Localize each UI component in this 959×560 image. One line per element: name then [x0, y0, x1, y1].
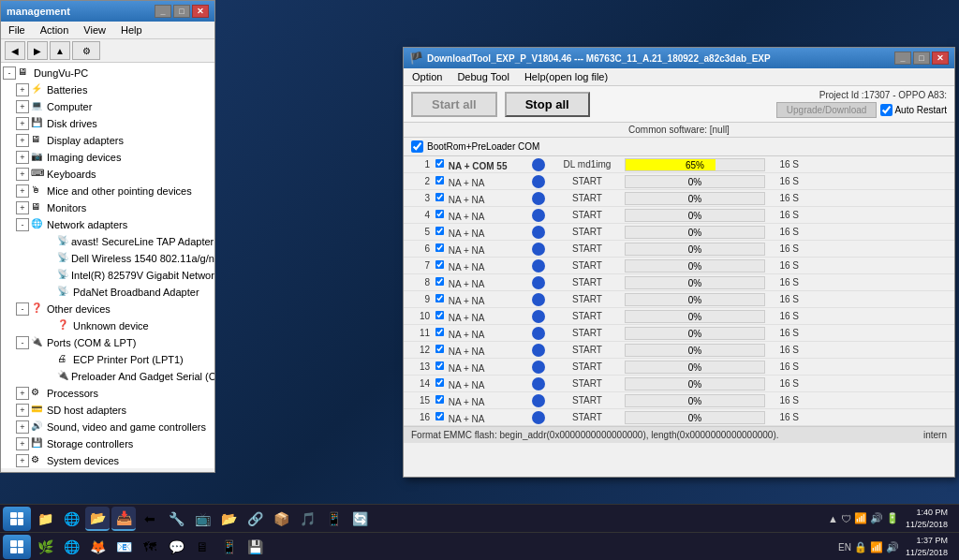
dm-mice-node[interactable]: +🖱Mice and other pointing devices — [14, 183, 214, 199]
port-checkbox-10[interactable] — [435, 311, 444, 319]
dm-intel-node[interactable]: 📡Intel(R) 82579V Gigabit Network Connect… — [40, 267, 214, 284]
dm-sdhost-node[interactable]: +💳SD host adapters — [14, 402, 214, 419]
tb-app-arrow[interactable]: ⬅ — [138, 507, 162, 531]
clock-display-1[interactable]: 1:40 PM 11/25/2018 — [902, 507, 952, 530]
clock-display-2[interactable]: 1:37 PM 11/25/2018 — [902, 535, 952, 558]
dm-system-node[interactable]: +⚙System devices — [14, 452, 214, 468]
port-checkbox-7[interactable] — [435, 260, 444, 269]
tb-app-link[interactable]: 🔗 — [243, 507, 267, 531]
tb-app-pkg[interactable]: 📦 — [269, 507, 293, 531]
tb-app-folder[interactable]: 📁 — [33, 507, 57, 531]
port-row-15[interactable]: 15 NA + NASTART0%16 S — [404, 392, 954, 409]
tb-app-download[interactable]: 📥 — [111, 507, 136, 531]
dm-other-devices-node[interactable]: -❓Other devices — [14, 301, 214, 317]
dm-root-node[interactable]: - 🖥 DungVu-PC — [1, 65, 214, 81]
dm-keyboards-expand[interactable]: + — [16, 168, 29, 181]
dm-maximize-button[interactable]: □ — [173, 5, 190, 18]
port-row-2[interactable]: 2 NA + NASTART0%16 S — [404, 173, 954, 190]
dm-menu-help[interactable]: Help — [117, 23, 146, 37]
port-row-4[interactable]: 4 NA + NASTART0%16 S — [404, 207, 954, 224]
port-row-16[interactable]: 16 NA + NASTART0%16 S — [404, 409, 954, 426]
dm-mice-expand[interactable]: + — [16, 184, 29, 198]
dm-displayadapters-node[interactable]: +🖥Display adapters — [14, 132, 214, 149]
tb-app-sync[interactable]: 🔄 — [347, 507, 372, 531]
port-checkbox-14[interactable] — [435, 378, 444, 387]
port-row-3[interactable]: 3 NA + NASTART0%16 S — [404, 190, 954, 207]
tb2-app-chrome[interactable]: 🌐 — [59, 535, 83, 559]
dm-pdanet-node[interactable]: 📡PdaNet Broadband Adapter — [40, 284, 214, 301]
port-row-1[interactable]: 1 NA + COM 55DL md1img65%16 S — [404, 156, 954, 173]
tb-app-media[interactable]: 📺 — [190, 507, 214, 531]
dm-processors-node[interactable]: +⚙Processors — [14, 385, 214, 402]
dm-minimize-button[interactable]: _ — [155, 5, 171, 18]
dt-close-button[interactable]: ✕ — [932, 52, 949, 65]
port-checkbox-5[interactable] — [435, 227, 444, 235]
port-checkbox-16[interactable] — [435, 412, 444, 420]
port-row-9[interactable]: 9 NA + NASTART0%16 S — [404, 291, 954, 308]
start-all-button[interactable]: Start all — [411, 92, 497, 117]
dm-ports-expand[interactable]: - — [16, 336, 29, 349]
tb-app-music[interactable]: 🎵 — [295, 507, 319, 531]
tb-app-explorer[interactable]: 📂 — [85, 507, 110, 531]
dm-sound-expand[interactable]: + — [16, 420, 29, 434]
dm-sound-node[interactable]: +🔊Sound, video and game controllers — [14, 419, 214, 435]
port-row-5[interactable]: 5 NA + NASTART0%16 S — [404, 224, 954, 241]
port-row-10[interactable]: 10 NA + NASTART0%16 S — [404, 308, 954, 325]
dm-imaging-expand[interactable]: + — [16, 151, 29, 164]
tb2-app-screen[interactable]: 🖥 — [190, 535, 214, 559]
dm-system-expand[interactable]: + — [16, 454, 29, 467]
dm-storage-node[interactable]: +💾Storage controllers — [14, 435, 214, 452]
tb2-app-email[interactable]: 📧 — [111, 535, 136, 559]
dm-batteries-expand[interactable]: + — [16, 83, 29, 96]
bootrom-checkbox[interactable] — [411, 140, 423, 153]
dm-close-button[interactable]: ✕ — [192, 5, 209, 18]
dm-batteries-node[interactable]: +⚡Batteries — [14, 81, 214, 98]
tb2-app-save[interactable]: 💾 — [243, 535, 267, 559]
stop-all-button[interactable]: Stop all — [505, 92, 590, 117]
dm-diskdrives-node[interactable]: +💾Disk drives — [14, 115, 214, 132]
dm-network-node[interactable]: -🌐Network adapters — [14, 216, 214, 233]
tb2-app-plant[interactable]: 🌿 — [33, 535, 57, 559]
tb-app-phone[interactable]: 📱 — [321, 507, 346, 531]
tb-app-tool1[interactable]: 🔧 — [164, 507, 188, 531]
dm-menu-view[interactable]: View — [80, 23, 110, 37]
dt-menu-help[interactable]: Help(open log file) — [522, 70, 611, 83]
port-checkbox-2[interactable] — [435, 176, 444, 184]
port-checkbox-15[interactable] — [435, 395, 444, 404]
dm-properties-button[interactable]: ⚙ — [72, 41, 100, 60]
tb2-app-chat[interactable]: 💬 — [164, 535, 188, 559]
tb2-app-mobile[interactable]: 📱 — [216, 535, 241, 559]
port-row-6[interactable]: 6 NA + NASTART0%16 S — [404, 241, 954, 258]
port-row-8[interactable]: 8 NA + NASTART0%16 S — [404, 274, 954, 291]
dm-imaging-node[interactable]: +📷Imaging devices — [14, 149, 214, 166]
dm-ecp-node[interactable]: 🖨ECP Printer Port (LPT1) — [40, 351, 214, 368]
tb2-app-maps[interactable]: 🗺 — [138, 535, 162, 559]
dm-computer-node[interactable]: +💻Computer — [14, 98, 214, 115]
port-row-14[interactable]: 14 NA + NASTART0%16 S — [404, 376, 954, 392]
dm-other-expand[interactable]: - — [16, 302, 29, 316]
dt-minimize-button[interactable]: _ — [894, 52, 911, 65]
port-row-11[interactable]: 11 NA + NASTART0%16 S — [404, 325, 954, 342]
dm-monitors-expand[interactable]: + — [16, 201, 29, 214]
dm-sdhost-expand[interactable]: + — [16, 404, 29, 417]
dm-unknown-node[interactable]: ❓Unknown device — [40, 317, 214, 334]
port-checkbox-8[interactable] — [435, 277, 444, 286]
dm-storage-expand[interactable]: + — [16, 437, 29, 450]
tb-start-button-2[interactable] — [3, 535, 31, 559]
dm-root-expand[interactable]: - — [3, 66, 16, 80]
port-row-7[interactable]: 7 NA + NASTART0%16 S — [404, 258, 954, 274]
auto-restart-checkbox[interactable] — [880, 104, 893, 116]
dm-dell-wireless-node[interactable]: 📡Dell Wireless 1540 802.11a/g/n (2.4GHz/… — [40, 250, 214, 267]
port-checkbox-9[interactable] — [435, 294, 444, 302]
dt-maximize-button[interactable]: □ — [913, 52, 930, 65]
dm-computer-expand[interactable]: + — [16, 100, 29, 113]
tb-start-button-1[interactable] — [3, 507, 31, 531]
dm-menu-file[interactable]: File — [5, 23, 29, 37]
port-checkbox-1[interactable] — [435, 159, 444, 168]
tray-expand-icon[interactable]: ▲ — [828, 513, 838, 524]
port-row-13[interactable]: 13 NA + NASTART0%16 S — [404, 359, 954, 376]
dm-network-expand[interactable]: - — [16, 218, 29, 231]
dm-menu-action[interactable]: Action — [37, 23, 73, 37]
dt-menu-debug[interactable]: Debug Tool — [454, 70, 511, 83]
port-checkbox-4[interactable] — [435, 210, 444, 218]
